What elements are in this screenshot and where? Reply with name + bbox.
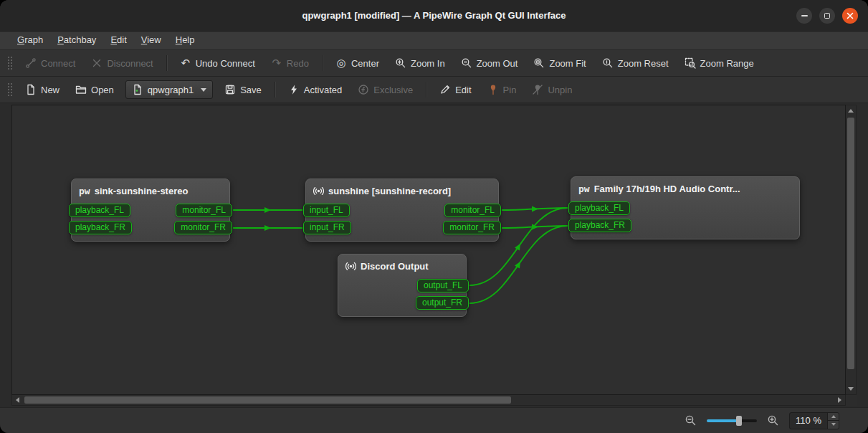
app-window: qpwgraph1 [modified] — A PipeWire Graph … (0, 0, 868, 433)
port-output[interactable]: monitor_FL (176, 204, 232, 217)
zoom-reset-button[interactable]: Zoom Reset (595, 54, 676, 72)
toolbar-grip[interactable] (7, 55, 12, 71)
port-input[interactable]: input_FR (303, 221, 351, 234)
graph-node-discord-output[interactable]: Discord Output output_FL output_FR (338, 254, 467, 317)
ports: input_FL monitor_FL input_FR monitor_FR (303, 204, 501, 234)
edit-button[interactable]: Edit (432, 81, 478, 98)
port-input[interactable]: playback_FL (568, 201, 630, 215)
broadcast-icon (345, 261, 356, 272)
scroll-up-icon (848, 109, 854, 113)
minimize-button[interactable] (796, 8, 812, 24)
port-output[interactable]: monitor_FR (174, 221, 232, 234)
save-button[interactable]: Save (217, 81, 269, 98)
horizontal-scroll-track[interactable] (23, 395, 834, 405)
chevron-down-icon (201, 88, 206, 92)
activated-label: Activated (304, 85, 342, 95)
new-button[interactable]: New (18, 81, 67, 98)
exclusive-label: Exclusive (373, 85, 413, 95)
close-button[interactable] (842, 8, 858, 24)
spin-arrows (827, 413, 839, 429)
node-header[interactable]: pw sink-sunshine-stereo (72, 183, 229, 199)
zoom-in-label: Zoom In (411, 58, 445, 69)
node-header[interactable]: sunshine [sunshine-record] (306, 183, 498, 199)
zoom-step-down-button[interactable] (828, 421, 839, 429)
menu-patchbay[interactable]: Patchbay (50, 32, 103, 49)
menu-view[interactable]: View (134, 32, 168, 49)
patchbay-current-label: qpwgraph1 (148, 85, 194, 95)
edge-arrow-icon (264, 207, 271, 213)
exclusive-icon (358, 84, 369, 95)
connect-label: Connect (41, 58, 75, 69)
pin-label: Pin (503, 85, 517, 95)
port-output[interactable]: output_FR (416, 296, 469, 310)
zoom-range-button[interactable]: Zoom Range (677, 54, 761, 72)
canvas-wrap: pw sink-sunshine-stereo playback_FL moni… (11, 105, 857, 406)
zoom-spinbox[interactable]: 110 % (789, 412, 839, 429)
ports: output_FL output_FR (335, 279, 469, 310)
scroll-down-button[interactable] (846, 384, 856, 394)
vertical-scroll-handle[interactable] (847, 118, 854, 369)
graph-canvas[interactable]: pw sink-sunshine-stereo playback_FL moni… (11, 105, 846, 395)
center-button[interactable]: ◎ Center (328, 54, 386, 72)
zoom-in-mini-icon[interactable] (767, 414, 779, 427)
node-header[interactable]: Discord Output (338, 258, 466, 274)
scroll-up-button[interactable] (846, 105, 856, 116)
new-label: New (41, 85, 59, 95)
graph-node-sink-sunshine-stereo[interactable]: pw sink-sunshine-stereo playback_FL moni… (71, 179, 230, 242)
pin-icon (487, 84, 499, 95)
redo-button[interactable]: ↷ Redo (264, 54, 316, 72)
zoom-step-up-button[interactable] (828, 413, 839, 422)
disconnect-button[interactable]: Disconnect (84, 54, 160, 72)
port-output[interactable]: monitor_FL (444, 204, 501, 217)
horizontal-scroll-handle[interactable] (24, 396, 511, 404)
vertical-scroll-track[interactable] (846, 116, 856, 384)
vertical-scrollbar[interactable] (846, 105, 857, 395)
toolbar-file: New Open qpwgraph1 Save (0, 77, 868, 103)
zoom-in-button[interactable]: Zoom In (388, 54, 452, 72)
unpin-label: Unpin (548, 85, 572, 95)
port-input[interactable]: input_FL (303, 204, 350, 217)
edit-label: Edit (455, 85, 471, 95)
horizontal-scrollbar[interactable] (11, 395, 846, 406)
graph-node-sunshine[interactable]: sunshine [sunshine-record] input_FL moni… (305, 179, 499, 242)
zoom-slider-handle[interactable] (736, 416, 742, 426)
zoom-out-mini-icon[interactable] (685, 414, 697, 427)
pin-button[interactable]: Pin (480, 81, 524, 98)
port-input[interactable]: playback_FR (69, 221, 132, 234)
node-header[interactable]: pw Family 17h/19h HD Audio Contr... (571, 181, 799, 196)
zoom-in-icon (395, 57, 406, 69)
zoom-value[interactable]: 110 % (790, 413, 827, 429)
connect-icon (25, 57, 37, 69)
titlebar[interactable]: qpwgraph1 [modified] — A PipeWire Graph … (0, 0, 868, 32)
activated-button[interactable]: Activated (281, 81, 349, 98)
graph-node-family-audio[interactable]: pw Family 17h/19h HD Audio Contr... play… (571, 176, 800, 239)
exclusive-button[interactable]: Exclusive (350, 81, 420, 98)
maximize-button[interactable] (819, 8, 835, 24)
port-output[interactable]: output_FL (417, 279, 469, 292)
menu-graph[interactable]: Graph (10, 32, 50, 49)
port-output[interactable]: monitor_FR (443, 221, 501, 234)
toolbar-separator (166, 55, 167, 71)
port-input[interactable]: playback_FR (568, 219, 631, 232)
window-title: qpwgraph1 [modified] — A PipeWire Graph … (0, 0, 868, 31)
zoom-out-button[interactable]: Zoom Out (454, 54, 525, 72)
scroll-left-button[interactable] (12, 395, 23, 405)
zoom-slider[interactable] (707, 415, 757, 427)
port-input[interactable]: playback_FL (69, 204, 130, 217)
menu-help[interactable]: Help (168, 32, 202, 49)
patchbay-select[interactable]: qpwgraph1 (125, 80, 213, 99)
redo-label: Redo (287, 58, 309, 69)
ports: playback_FL monitor_FL playback_FR monit… (69, 204, 232, 234)
scroll-right-button[interactable] (834, 395, 845, 405)
toolbar-grip[interactable] (7, 82, 12, 97)
zoom-out-icon (461, 57, 472, 69)
undo-connect-button[interactable]: ↶ Undo Connect (173, 54, 262, 72)
zoom-reset-icon (602, 57, 614, 69)
center-icon: ◎ (335, 57, 347, 69)
zoom-fit-button[interactable]: Zoom Fit (526, 54, 593, 72)
unpin-button[interactable]: Unpin (525, 81, 579, 98)
open-button[interactable]: Open (68, 81, 121, 98)
connect-button[interactable]: Connect (18, 54, 82, 72)
menu-edit[interactable]: Edit (103, 32, 133, 49)
zoom-slider-groove (707, 419, 757, 422)
